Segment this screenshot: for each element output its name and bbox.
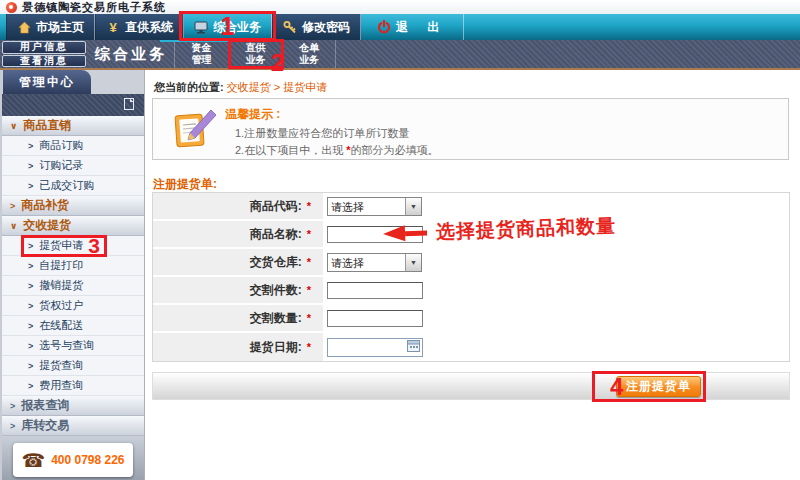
notice-line-1: 1.注册数量应符合您的订单所订数量 (235, 126, 409, 141)
phone-icon: ☎ (21, 451, 45, 470)
subnav-section-title: 综合业务 (88, 40, 174, 68)
sidebar-item-product-order[interactable]: > 商品订购 (2, 136, 144, 156)
sidebar-section-product-direct-sale[interactable]: ∨ 商品直销 (2, 116, 144, 136)
sub-nav-bar: 用户信息 查看消息 综合业务 资金 管理 直供 业务 2 仓单 业务 (0, 40, 800, 70)
annotation-box-step2: 2 (228, 39, 284, 69)
sidebar-section-report-query[interactable]: > 报表查询 (2, 396, 144, 416)
sidebar-section-warehouse-transfer-trade[interactable]: > 库转交易 (2, 416, 144, 436)
annotation-digit-3: 3 (88, 235, 100, 257)
product-name-input[interactable] (327, 226, 423, 243)
register-pickup-button[interactable]: 注册提货单 (616, 376, 701, 397)
chevron-right-icon: > (28, 261, 33, 271)
power-icon (377, 20, 391, 34)
breadcrumb-link-pickup-application[interactable]: 提货申请 (283, 81, 327, 93)
subnav-tab-funds-management[interactable]: 资金 管理 (174, 40, 228, 68)
annotation-box-step1: 1 (179, 11, 276, 41)
menu-item-comprehensive-business[interactable]: 综合业务 1 (184, 14, 272, 40)
chevron-right-icon: > (28, 281, 33, 291)
delivery-quantity-input[interactable] (327, 310, 423, 327)
sidebar-icon-bar (2, 94, 144, 116)
hotline-number: 400 0798 226 (51, 453, 124, 467)
sidebar-section-delivery-pickup[interactable]: ∨ 交收提货 (2, 216, 144, 236)
pickup-date-input[interactable] (327, 338, 423, 357)
sidebar-section-product-restock[interactable]: > 商品补货 (2, 196, 144, 216)
home-icon (17, 20, 31, 34)
notice-title: 温馨提示 : (225, 106, 280, 123)
annotation-digit-1: 1 (221, 14, 235, 38)
delivery-pieces-input[interactable] (327, 282, 423, 299)
key-icon (283, 20, 297, 34)
chevron-right-icon: > (28, 341, 33, 351)
required-star: * (307, 341, 311, 353)
sidebar-tab-management-center[interactable]: 管理中心 (3, 70, 91, 94)
sidebar: 管理中心 ∨ 商品直销 > 商品订购 > 订购记录 > 已成交订购 > 商品补货… (0, 70, 145, 480)
yen-icon: ¥ (106, 20, 120, 34)
menu-item-direct-supply-system[interactable]: ¥ 直供系统 (95, 14, 184, 40)
subnav-tab-warehouse-receipt-business[interactable]: 仓单 业务 (282, 40, 336, 68)
main-menu-bar: 市场主页 ¥ 直供系统 综合业务 1 修改密码 退 出 (0, 14, 800, 40)
chevron-down-icon[interactable]: ▼ (405, 254, 421, 271)
sidebar-item-order-records[interactable]: > 订购记录 (2, 156, 144, 176)
sidebar-item-completed-orders[interactable]: > 已成交订购 (2, 176, 144, 196)
form-row-pickup-date: 提货日期: * (153, 333, 789, 361)
chevron-right-icon: > (10, 401, 15, 411)
sidebar-footer: ☎ 400 0798 226 (2, 436, 144, 480)
field-label-product-code: 商品代码: (250, 198, 302, 215)
field-label-delivery-quantity: 交割数量: (250, 310, 302, 327)
title-bar: 景德镇陶瓷交易所电子系统 (0, 0, 800, 14)
form-footer-bar: 注册提货单 4 (152, 372, 790, 400)
breadcrumb-separator: > (271, 81, 284, 93)
chevron-right-icon: > (28, 361, 33, 371)
field-label-product-name: 商品名称: (250, 226, 302, 243)
chevron-right-icon: > (28, 141, 33, 151)
field-label-delivery-pieces: 交割件数: (250, 282, 302, 299)
delivery-warehouse-select[interactable]: 请选择 ▼ (327, 253, 422, 272)
notice-line-2: 2.在以下项目中，出现 *的部分为必填项。 (235, 143, 439, 158)
required-star: * (307, 228, 311, 240)
sidebar-item-self-pickup-print[interactable]: > 自提打印 (2, 256, 144, 276)
breadcrumb: 您当前的位置: 交收提货 > 提货申请 (154, 80, 327, 95)
menu-item-change-password[interactable]: 修改密码 (272, 14, 361, 40)
required-star: * (307, 312, 311, 324)
sidebar-item-cancel-pickup[interactable]: > 撤销提货 (2, 276, 144, 296)
form-row-delivery-quantity: 交割数量: * (153, 305, 789, 333)
sidebar-item-ownership-transfer[interactable]: > 货权过户 (2, 296, 144, 316)
calendar-icon[interactable] (407, 338, 420, 356)
sidebar-menu: ∨ 商品直销 > 商品订购 > 订购记录 > 已成交订购 > 商品补货 ∨ 交收… (2, 116, 144, 436)
breadcrumb-label: 您当前的位置: (154, 81, 224, 93)
form-row-product-code: 商品代码: * 请选择 ▼ (153, 193, 789, 221)
menu-item-market-home[interactable]: 市场主页 (6, 14, 95, 40)
chevron-right-icon: > (28, 321, 33, 331)
form-row-delivery-pieces: 交割件数: * (153, 277, 789, 305)
main-content: 您当前的位置: 交收提货 > 提货申请 温馨提示 : 1.注册数量应符合您的订单… (145, 70, 800, 480)
sidebar-item-pickup-query[interactable]: > 提货查询 (2, 356, 144, 376)
pickup-registration-form: 商品代码: * 请选择 ▼ 商品名称: * 交货仓库: * (152, 192, 790, 362)
app-title: 景德镇陶瓷交易所电子系统 (22, 0, 166, 15)
form-row-delivery-warehouse: 交货仓库: * 请选择 ▼ (153, 249, 789, 277)
chevron-right-icon: > (28, 161, 33, 171)
sidebar-item-fee-query[interactable]: > 费用查询 (2, 376, 144, 396)
chevron-down-icon[interactable]: ▼ (405, 198, 421, 215)
product-code-select[interactable]: 请选择 ▼ (327, 197, 422, 216)
chevron-down-icon: ∨ (10, 221, 17, 231)
user-buttons-group: 用户信息 查看消息 (0, 40, 88, 68)
sidebar-item-online-delivery[interactable]: > 在线配送 (2, 316, 144, 336)
sidebar-item-pickup-application[interactable]: > 提货申请 3 (2, 236, 144, 256)
sidebar-tab-row: 管理中心 (2, 70, 144, 94)
subnav-tab-direct-supply-business[interactable]: 直供 业务 2 (228, 40, 282, 68)
collapse-panel-icon[interactable] (124, 96, 134, 114)
view-messages-button[interactable]: 查看消息 (2, 55, 86, 68)
clipboard-pencil-icon (171, 107, 217, 157)
required-star: * (307, 284, 311, 296)
chevron-right-icon: > (28, 181, 33, 191)
breadcrumb-link-delivery-pickup[interactable]: 交收提货 (227, 81, 271, 93)
sidebar-item-number-select-query[interactable]: > 选号与查询 (2, 336, 144, 356)
field-label-pickup-date: 提货日期: (250, 339, 302, 356)
annotation-digit-2: 2 (271, 51, 284, 75)
user-info-button[interactable]: 用户信息 (2, 41, 86, 54)
notice-box: 温馨提示 : 1.注册数量应符合您的订单所订数量 2.在以下项目中，出现 *的部… (152, 98, 789, 160)
hotline-box: ☎ 400 0798 226 (13, 443, 133, 477)
menu-item-logout[interactable]: 退 出 (361, 14, 464, 40)
chevron-right-icon: > (28, 381, 33, 391)
field-label-delivery-warehouse: 交货仓库: (250, 254, 302, 271)
